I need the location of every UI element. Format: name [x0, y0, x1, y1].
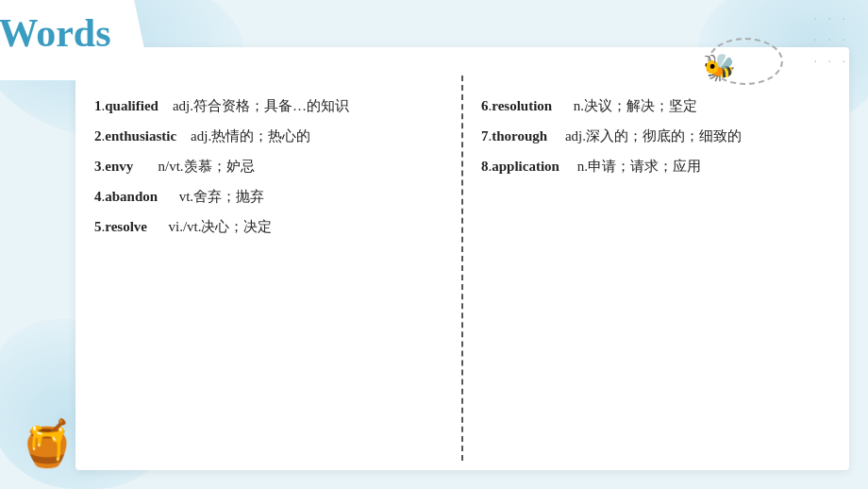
- main-card: 1.qualified adj.符合资格；具备…的知识 2.enthusiast…: [75, 47, 849, 470]
- list-item: 5.resolve vi./vt.决心；决定: [94, 215, 443, 238]
- bee-icon: 🐝: [703, 52, 736, 83]
- dots-decoration: [814, 9, 850, 73]
- list-item: 8.application n.申请；请求；应用: [481, 155, 830, 177]
- list-item: 6.resolution n.决议；解决；坚定: [481, 94, 830, 117]
- honeypot-icon: 🍯: [19, 417, 75, 470]
- list-item: 1.qualified adj.符合资格；具备…的知识: [94, 94, 443, 117]
- list-item: 3.envy n/vt.羡慕；妒忌: [94, 155, 443, 177]
- right-column: 6.resolution n.决议；解决；坚定 7.thorough adj.深…: [462, 85, 849, 461]
- list-item: 7.thorough adj.深入的；彻底的；细致的: [481, 125, 830, 147]
- list-item: 2.enthusiastic adj.热情的；热心的: [94, 125, 443, 147]
- title-tab: Words: [0, 0, 151, 80]
- list-item: 4.abandon vt.舍弃；抛弃: [94, 185, 443, 208]
- divider: [461, 76, 463, 461]
- page-title: Words: [0, 11, 111, 55]
- left-column: 1.qualified adj.符合资格；具备…的知识 2.enthusiast…: [75, 85, 462, 461]
